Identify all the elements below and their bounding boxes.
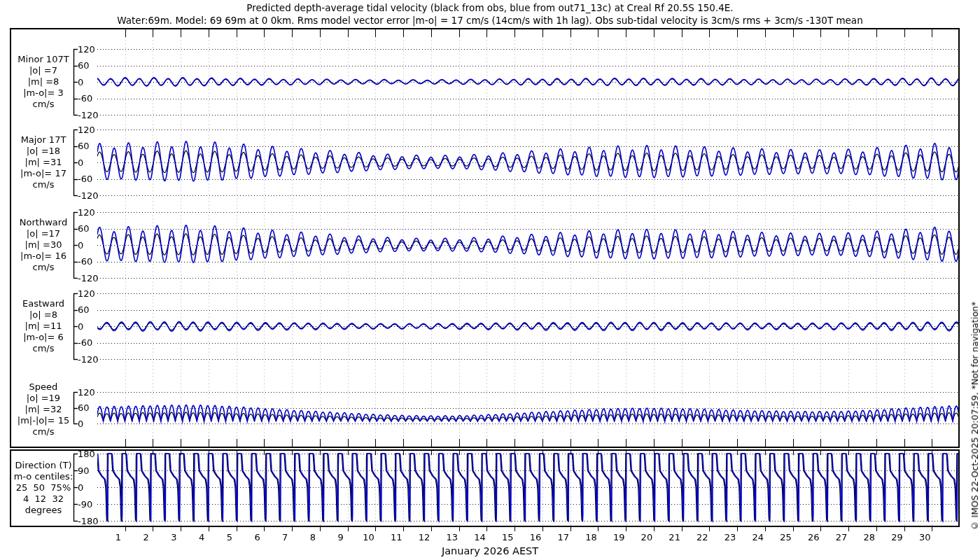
ytick-label-northward-60: 60	[78, 224, 90, 233]
x-axis-label: January 2026 AEST	[0, 545, 980, 556]
panel-label-northward: Northward |o| =17 |m| =30 |m-o|= 16 cm/s	[3, 217, 84, 273]
ytick-label-eastward-60: 60	[78, 305, 90, 314]
day-label-29: 29	[888, 532, 906, 542]
ytick-label-northward-0: 0	[78, 241, 83, 250]
day-label-21: 21	[666, 532, 684, 542]
ytick-label-direction--90: -90	[78, 500, 92, 509]
ytick-label-eastward-120: 120	[78, 289, 95, 298]
ytick-label-major--60: -60	[78, 174, 92, 183]
ytick-label-minor-120: 120	[78, 45, 95, 54]
day-label-7: 7	[276, 532, 294, 542]
day-label-9: 9	[332, 532, 350, 542]
day-label-5: 5	[220, 532, 239, 542]
day-label-6: 6	[248, 532, 267, 542]
ytick-label-direction-180: 180	[78, 449, 95, 458]
panel-label-major: Major 17T |o| =18 |m| =31 |m-o|= 17 cm/s	[3, 134, 84, 190]
ytick-label-direction--180: -180	[78, 517, 99, 526]
day-label-3: 3	[164, 532, 183, 542]
ytick-label-minor--120: -120	[78, 111, 99, 120]
day-label-25: 25	[777, 532, 795, 542]
chart-title: Predicted depth-average tidal velocity (…	[0, 2, 980, 13]
panel-label-speed: Speed |o| =19 |m| =32 |m|-|o|= 15 cm/s	[3, 382, 84, 438]
day-label-23: 23	[721, 532, 739, 542]
day-label-22: 22	[693, 532, 711, 542]
ytick-label-eastward--120: -120	[78, 355, 99, 364]
ytick-label-speed-0: 0	[78, 419, 83, 428]
day-label-14: 14	[470, 532, 489, 542]
panel-label-eastward: Eastward |o| =8 |m| =11 |m-o|= 6 cm/s	[3, 298, 84, 354]
ytick-label-northward-120: 120	[78, 208, 95, 217]
ytick-label-northward--60: -60	[78, 257, 92, 266]
day-label-20: 20	[638, 532, 656, 542]
ytick-label-eastward--60: -60	[78, 338, 92, 347]
day-label-16: 16	[526, 532, 545, 542]
ytick-label-major--120: -120	[78, 191, 99, 200]
ytick-label-minor-0: 0	[78, 78, 83, 87]
day-label-19: 19	[610, 532, 628, 542]
day-label-18: 18	[582, 532, 600, 542]
day-label-10: 10	[359, 532, 377, 542]
day-label-26: 26	[804, 532, 822, 542]
ytick-label-speed-60: 60	[78, 403, 90, 412]
ytick-label-speed-120: 120	[78, 388, 95, 397]
day-label-11: 11	[387, 532, 405, 542]
day-label-17: 17	[554, 532, 573, 542]
day-label-13: 13	[443, 532, 461, 542]
day-label-27: 27	[832, 532, 850, 542]
tidal-plot-canvas	[0, 0, 980, 560]
imos-watermark: © IMOS 22-Oct-2025 20:07:59. *Not for na…	[969, 302, 980, 531]
ytick-label-major-60: 60	[78, 141, 90, 150]
day-label-1: 1	[109, 532, 127, 542]
ytick-label-minor--60: -60	[78, 94, 92, 103]
day-label-8: 8	[304, 532, 322, 542]
ytick-label-major-0: 0	[78, 158, 83, 167]
day-label-12: 12	[415, 532, 433, 542]
panel-label-minor: Minor 107T |o| =7 |m| =8 |m-o|= 3 cm/s	[3, 54, 84, 110]
day-label-30: 30	[916, 532, 934, 542]
ytick-label-eastward-0: 0	[78, 322, 83, 331]
day-label-24: 24	[749, 532, 767, 542]
day-label-4: 4	[192, 532, 211, 542]
ytick-label-direction-90: 90	[78, 466, 90, 475]
ytick-label-major-120: 120	[78, 125, 95, 134]
day-label-28: 28	[860, 532, 878, 542]
ytick-label-direction-0: 0	[78, 483, 83, 492]
ytick-label-minor-60: 60	[78, 61, 90, 70]
chart-subtitle: Water:69m. Model: 69 69m at 0 0km. Rms m…	[0, 15, 980, 26]
ytick-label-northward--120: -120	[78, 274, 99, 283]
panel-label-direction: Direction (T) m-o centiles: 25 50 75% 4 …	[3, 460, 84, 516]
day-label-15: 15	[498, 532, 517, 542]
day-label-2: 2	[137, 532, 155, 542]
